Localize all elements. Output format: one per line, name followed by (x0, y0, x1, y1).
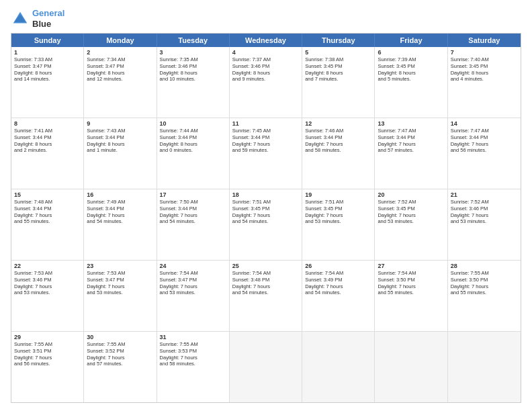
day-number: 29 (14, 334, 81, 340)
cell-info-line: and 58 minutes. (160, 361, 226, 367)
cell-info-line: Daylight: 7 hours (14, 283, 81, 290)
cell-info-line: Sunset: 3:46 PM (232, 63, 299, 70)
cell-info-line: Sunset: 3:44 PM (87, 205, 153, 212)
cell-info-line: Sunrise: 7:55 AM (451, 270, 518, 277)
calendar-cell: 24Sunrise: 7:54 AMSunset: 3:47 PMDayligh… (157, 261, 230, 331)
cell-info-line: and 5 minutes. (378, 76, 444, 83)
cell-info-line: and 53 minutes. (160, 289, 226, 296)
calendar-body: 1Sunrise: 7:33 AMSunset: 3:47 PMDaylight… (11, 47, 521, 402)
calendar-header: SundayMondayTuesdayWednesdayThursdayFrid… (11, 34, 521, 47)
weekday-header: Tuesday (157, 34, 230, 47)
cell-info-line: Sunset: 3:44 PM (378, 134, 444, 141)
day-number: 18 (232, 191, 299, 198)
cell-info-line: Sunset: 3:52 PM (87, 348, 153, 355)
cell-info-line: Sunset: 3:50 PM (451, 277, 518, 283)
cell-info-line: Sunrise: 7:54 AM (232, 270, 299, 277)
day-number: 11 (232, 120, 299, 127)
cell-info-line: and 54 minutes. (87, 218, 153, 225)
day-number: 16 (87, 191, 153, 198)
day-number: 4 (232, 49, 299, 56)
calendar-cell (230, 332, 302, 402)
calendar-cell: 7Sunrise: 7:40 AMSunset: 3:45 PMDaylight… (448, 47, 521, 118)
cell-info-line: Daylight: 7 hours (378, 141, 444, 148)
cell-info-line: and 56 minutes. (451, 147, 518, 154)
weekday-header: Monday (84, 34, 157, 47)
cell-info-line: and 58 minutes. (305, 147, 371, 154)
cell-info-line: and 7 minutes. (305, 76, 371, 83)
day-number: 21 (451, 191, 518, 198)
cell-info-line: Sunrise: 7:45 AM (232, 128, 299, 134)
calendar-cell: 13Sunrise: 7:47 AMSunset: 3:44 PMDayligh… (375, 118, 447, 189)
cell-info-line: Daylight: 7 hours (160, 283, 226, 290)
day-number: 20 (378, 191, 444, 198)
day-number: 30 (87, 334, 153, 340)
day-number: 28 (451, 263, 518, 269)
calendar-cell: 19Sunrise: 7:51 AMSunset: 3:45 PMDayligh… (302, 189, 375, 260)
header: General Blue (11, 8, 521, 29)
day-number: 9 (87, 120, 153, 127)
calendar-cell: 8Sunrise: 7:41 AMSunset: 3:44 PMDaylight… (11, 118, 84, 189)
logo-icon (11, 9, 30, 28)
cell-info-line: Sunrise: 7:53 AM (87, 270, 153, 277)
cell-info-line: Sunrise: 7:55 AM (87, 341, 153, 348)
cell-info-line: Sunset: 3:44 PM (160, 134, 226, 141)
cell-info-line: Sunset: 3:45 PM (451, 63, 518, 70)
cell-info-line: Sunset: 3:45 PM (305, 63, 371, 70)
day-number: 19 (305, 191, 371, 198)
cell-info-line: Sunrise: 7:47 AM (451, 128, 518, 134)
cell-info-line: and 10 minutes. (160, 76, 226, 83)
page: General Blue SundayMondayTuesdayWednesda… (0, 0, 532, 411)
cell-info-line: Sunrise: 7:44 AM (160, 128, 226, 134)
calendar-cell: 29Sunrise: 7:55 AMSunset: 3:51 PMDayligh… (11, 332, 84, 402)
cell-info-line: Sunset: 3:45 PM (378, 63, 444, 70)
cell-info-line: and 53 minutes. (305, 218, 371, 225)
cell-info-line: and 54 minutes. (305, 289, 371, 296)
cell-info-line: Sunset: 3:44 PM (232, 134, 299, 141)
calendar-cell: 22Sunrise: 7:53 AMSunset: 3:46 PMDayligh… (11, 261, 84, 331)
cell-info-line: Daylight: 8 hours (305, 70, 371, 77)
calendar-cell: 15Sunrise: 7:48 AMSunset: 3:44 PMDayligh… (11, 189, 84, 260)
calendar-cell: 5Sunrise: 7:38 AMSunset: 3:45 PMDaylight… (302, 47, 375, 118)
cell-info-line: and 56 minutes. (14, 361, 81, 367)
weekday-header: Saturday (448, 34, 521, 47)
cell-info-line: and 57 minutes. (378, 147, 444, 154)
cell-info-line: Sunrise: 7:54 AM (160, 270, 226, 277)
calendar-cell: 4Sunrise: 7:37 AMSunset: 3:46 PMDaylight… (230, 47, 302, 118)
cell-info-line: Sunrise: 7:50 AM (160, 199, 226, 205)
cell-info-line: Sunset: 3:44 PM (87, 134, 153, 141)
cell-info-line: Sunrise: 7:40 AM (451, 56, 518, 63)
cell-info-line: Daylight: 8 hours (160, 70, 226, 77)
cell-info-line: and 53 minutes. (378, 218, 444, 225)
weekday-header: Wednesday (230, 34, 302, 47)
calendar-row: 8Sunrise: 7:41 AMSunset: 3:44 PMDaylight… (11, 118, 521, 189)
cell-info-line: and 55 minutes. (378, 289, 444, 296)
cell-info-line: Sunrise: 7:35 AM (160, 56, 226, 63)
cell-info-line: Sunset: 3:47 PM (14, 63, 81, 70)
cell-info-line: and 57 minutes. (87, 361, 153, 367)
weekday-header: Thursday (302, 34, 375, 47)
day-number: 10 (160, 120, 226, 127)
cell-info-line: Daylight: 7 hours (305, 141, 371, 148)
calendar-cell: 21Sunrise: 7:52 AMSunset: 3:46 PMDayligh… (448, 189, 521, 260)
day-number: 17 (160, 191, 226, 198)
cell-info-line: Daylight: 8 hours (451, 70, 518, 77)
cell-info-line: and 1 minute. (87, 147, 153, 154)
cell-info-line: Sunset: 3:44 PM (160, 205, 226, 212)
cell-info-line: Daylight: 7 hours (378, 283, 444, 290)
cell-info-line: Sunrise: 7:52 AM (451, 199, 518, 205)
cell-info-line: and 4 minutes. (451, 76, 518, 83)
cell-info-line: Daylight: 7 hours (160, 212, 226, 219)
weekday-header: Friday (375, 34, 447, 47)
cell-info-line: Sunset: 3:46 PM (160, 63, 226, 70)
cell-info-line: and 53 minutes. (451, 218, 518, 225)
calendar-cell: 18Sunrise: 7:51 AMSunset: 3:45 PMDayligh… (230, 189, 302, 260)
day-number: 6 (378, 49, 444, 56)
cell-info-line: Daylight: 8 hours (378, 70, 444, 77)
day-number: 26 (305, 263, 371, 269)
logo-text: General Blue (32, 8, 64, 29)
calendar-row: 22Sunrise: 7:53 AMSunset: 3:46 PMDayligh… (11, 260, 521, 331)
day-number: 1 (14, 49, 81, 56)
day-number: 12 (305, 120, 371, 127)
cell-info-line: Daylight: 7 hours (160, 355, 226, 361)
calendar-cell: 23Sunrise: 7:53 AMSunset: 3:47 PMDayligh… (84, 261, 157, 331)
